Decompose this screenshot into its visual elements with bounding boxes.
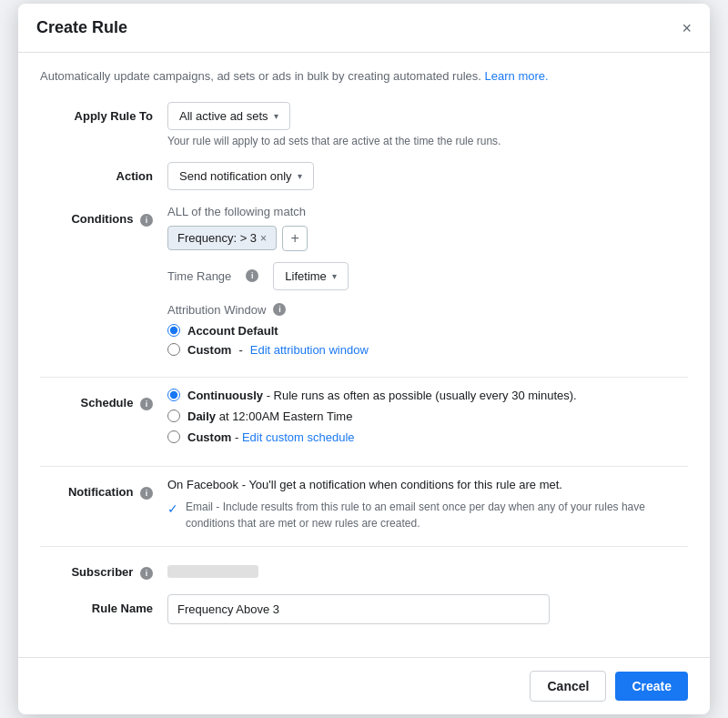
apply-rule-to-label: Apply Rule To	[40, 102, 167, 123]
schedule-label: Schedule i	[40, 389, 167, 410]
apply-rule-helper-text: Your rule will apply to ad sets that are…	[167, 135, 688, 147]
subscriber-label: Subscriber i	[40, 558, 167, 580]
modal-body: Automatically update campaigns, ad sets …	[18, 53, 710, 656]
modal-title: Create Rule	[36, 18, 127, 37]
schedule-continuously-radio[interactable]	[167, 389, 180, 401]
time-range-row: Time Range i Lifetime ▾	[167, 262, 688, 290]
attribution-custom-option: Custom - Edit attribution window	[167, 343, 688, 357]
conditions-label: Conditions i	[40, 205, 167, 227]
attribution-window-label: Attribution Window	[167, 303, 266, 317]
condition-tag: Frequency: > 3 ×	[167, 226, 277, 250]
schedule-daily-option: Daily at 12:00AM Eastern Time	[167, 410, 688, 423]
conditions-row: Conditions i ALL of the following match …	[40, 205, 688, 362]
subscriber-info-icon[interactable]: i	[140, 567, 153, 580]
edit-attribution-link[interactable]: Edit attribution window	[250, 343, 369, 357]
schedule-content: Continuously - Rule runs as often as pos…	[167, 389, 688, 451]
apply-rule-to-row: Apply Rule To All active ad sets ▾ Your …	[40, 102, 688, 147]
email-check-icon: ✓	[167, 500, 178, 519]
action-dropdown[interactable]: Send notification only ▾	[167, 162, 314, 190]
conditions-content: ALL of the following match Frequency: > …	[167, 205, 688, 362]
attribution-window-info-icon[interactable]: i	[273, 303, 286, 316]
notification-row: Notification i On Facebook - You'll get …	[40, 478, 688, 531]
create-button[interactable]: Create	[615, 672, 688, 701]
schedule-custom-radio[interactable]	[167, 430, 180, 443]
schedule-row: Schedule i Continuously - Rule runs as o…	[40, 389, 688, 451]
conditions-tags-row: Frequency: > 3 × +	[167, 226, 688, 251]
dropdown-arrow-icon: ▾	[274, 111, 278, 121]
subscriber-content	[167, 558, 688, 578]
notification-info-icon[interactable]: i	[140, 487, 153, 500]
time-range-info-icon[interactable]: i	[246, 269, 258, 282]
schedule-daily-radio[interactable]	[167, 410, 180, 422]
rule-name-content	[167, 594, 688, 624]
attribution-window-section: Attribution Window i Account Default Cus…	[167, 303, 688, 357]
notification-content: On Facebook - You'll get a notification …	[167, 478, 688, 531]
action-label: Action	[40, 162, 167, 183]
learn-more-link[interactable]: Learn more.	[485, 69, 549, 83]
apply-rule-to-dropdown[interactable]: All active ad sets ▾	[167, 102, 290, 130]
subscriber-row: Subscriber i	[40, 558, 688, 580]
subscriber-value	[167, 565, 258, 578]
notification-main-text: On Facebook - You'll get a notification …	[167, 478, 688, 491]
schedule-info-icon[interactable]: i	[140, 398, 153, 410]
notification-label: Notification i	[40, 478, 167, 500]
attribution-account-default-radio[interactable]	[167, 324, 180, 337]
close-button[interactable]: ×	[682, 20, 692, 36]
time-range-dropdown[interactable]: Lifetime ▾	[273, 262, 349, 290]
rule-name-input[interactable]	[167, 594, 550, 624]
schedule-custom-option: Custom - Edit custom schedule	[167, 430, 688, 444]
modal-footer: Cancel Create	[18, 657, 710, 714]
rule-name-label: Rule Name	[40, 594, 167, 615]
time-range-label: Time Range	[167, 269, 231, 283]
attribution-account-default-option: Account Default	[167, 324, 688, 338]
conditions-match-text: ALL of the following match	[167, 205, 688, 218]
cancel-button[interactable]: Cancel	[530, 671, 606, 702]
action-dropdown-arrow-icon: ▾	[298, 171, 302, 181]
notification-email-row: ✓ Email - Include results from this rule…	[167, 499, 688, 531]
attribution-custom-radio[interactable]	[167, 343, 180, 356]
action-content: Send notification only ▾	[167, 162, 688, 190]
edit-schedule-link[interactable]: Edit custom schedule	[242, 430, 355, 444]
schedule-continuously-option: Continuously - Rule runs as often as pos…	[167, 389, 688, 402]
modal-header: Create Rule ×	[18, 4, 710, 53]
action-row: Action Send notification only ▾	[40, 162, 688, 190]
time-range-dropdown-arrow-icon: ▾	[332, 271, 337, 281]
apply-rule-to-content: All active ad sets ▾ Your rule will appl…	[167, 102, 688, 147]
create-rule-modal: Create Rule × Automatically update campa…	[18, 4, 710, 713]
add-condition-button[interactable]: +	[282, 226, 308, 251]
conditions-info-icon[interactable]: i	[140, 214, 153, 227]
description-text: Automatically update campaigns, ad sets …	[40, 67, 688, 86]
condition-tag-remove-icon[interactable]: ×	[260, 232, 267, 245]
rule-name-row: Rule Name	[40, 594, 688, 624]
